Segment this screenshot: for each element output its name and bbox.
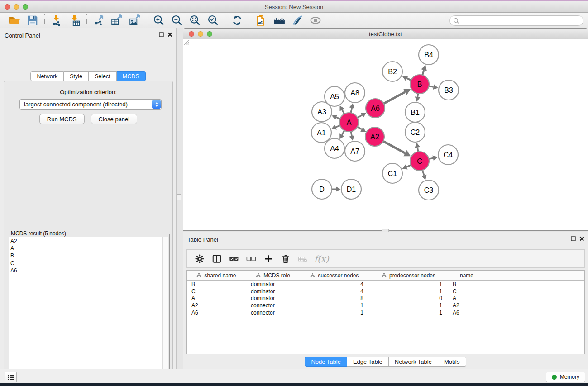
export-table-button[interactable] (108, 14, 126, 27)
vertical-splitter[interactable] (177, 28, 183, 369)
close-panel-icon[interactable] (579, 236, 584, 241)
network-canvas[interactable]: AA1A2A3A4A5A6A7A8BB1B2B3B4CC1C2C3C4DD1 (183, 39, 588, 230)
table-tab-edge-table[interactable]: Edge Table (347, 357, 389, 367)
import-table-button[interactable] (66, 14, 84, 27)
tab-network[interactable]: Network (30, 71, 64, 81)
edge-C-C2[interactable] (417, 148, 418, 152)
memory-button[interactable]: Memory (546, 372, 585, 382)
edge-A2-C[interactable] (383, 141, 405, 153)
save-session-button[interactable] (24, 14, 42, 27)
close-panel-icon[interactable] (167, 32, 172, 37)
edge-A-A5[interactable] (342, 110, 344, 114)
edge-A-A1[interactable] (336, 125, 340, 127)
column-header-predecessor-nodes[interactable]: predecessor nodes (369, 271, 448, 280)
graph-node-A2[interactable]: A2 (365, 127, 384, 146)
duplicate-network-button[interactable] (252, 14, 270, 27)
graph-node-D1[interactable]: D1 (341, 179, 361, 199)
edge-B-B3[interactable] (429, 86, 434, 87)
table-tab-node-table[interactable]: Node Table (305, 357, 347, 367)
graph-node-C4[interactable]: C4 (438, 145, 458, 165)
graph-node-A6[interactable]: A6 (366, 99, 385, 118)
edge-A-A6[interactable] (358, 115, 362, 118)
table-row[interactable]: A2connector11A2 (187, 302, 584, 309)
show-graphics-button[interactable] (306, 14, 325, 27)
edge-B-B4[interactable] (422, 70, 424, 75)
export-image-button[interactable] (126, 14, 144, 27)
tab-select[interactable]: Select (89, 71, 117, 81)
graph-node-A7[interactable]: A7 (345, 141, 365, 161)
table-row[interactable]: Cdominator41C (187, 288, 584, 295)
mcds-result-item[interactable]: A2 (10, 238, 162, 245)
edge-A-A8[interactable] (351, 108, 352, 113)
export-network-button[interactable] (90, 14, 108, 27)
edge-C-C1[interactable] (406, 165, 411, 167)
add-column-button[interactable] (261, 252, 275, 266)
import-network-button[interactable] (48, 14, 66, 27)
edge-B-B2[interactable] (407, 78, 411, 80)
edge-A-A7[interactable] (351, 132, 352, 136)
graph-node-C[interactable]: C (410, 152, 429, 171)
graph-node-B3[interactable]: B3 (439, 80, 459, 100)
zoom-out-button[interactable] (168, 14, 186, 27)
graph-node-B2[interactable]: B2 (382, 62, 402, 81)
tab-mcds[interactable]: MCDS (117, 71, 146, 81)
zoom-selected-button[interactable] (204, 14, 222, 27)
refresh-button[interactable] (228, 14, 246, 27)
table-settings-button[interactable] (192, 252, 206, 266)
edge-C-C4[interactable] (429, 158, 433, 159)
task-history-button[interactable] (5, 372, 17, 382)
edge-B-B1[interactable] (417, 94, 418, 97)
split-columns-button[interactable] (210, 252, 224, 266)
table-tab-motifs[interactable]: Motifs (438, 357, 466, 367)
search-field[interactable] (449, 15, 583, 26)
close-panel-button[interactable]: Close panel (91, 114, 138, 124)
open-file-button[interactable] (5, 14, 24, 27)
hide-labels-button[interactable] (288, 14, 306, 27)
mcds-result-item[interactable]: C (10, 260, 162, 267)
graph-node-B1[interactable]: B1 (405, 102, 425, 122)
graph-node-A1[interactable]: A1 (311, 123, 331, 143)
column-header-mcds-role[interactable]: MCDS role (246, 271, 300, 280)
column-header-successor-nodes[interactable]: successor nodes (300, 271, 369, 280)
edge-C-C3[interactable] (422, 170, 424, 175)
edge-A-A2[interactable] (357, 127, 362, 129)
zoom-fit-button[interactable] (186, 14, 204, 27)
select-all-button[interactable] (227, 252, 241, 266)
mcds-result-scrollbar[interactable] (162, 237, 168, 386)
splitter-handle[interactable] (177, 194, 181, 200)
graph-node-C2[interactable]: C2 (405, 122, 425, 142)
tab-style[interactable]: Style (64, 71, 89, 81)
mcds-result-list[interactable]: A2ABCA6 (9, 237, 162, 386)
table-row[interactable]: Adominator80A (187, 295, 584, 302)
graph-node-A5[interactable]: A5 (325, 86, 344, 106)
graph-node-D[interactable]: D (312, 179, 332, 199)
column-header-name[interactable]: name (448, 271, 485, 280)
criterion-select[interactable]: largest connected component (directed) (19, 99, 162, 110)
graph-node-C3[interactable]: C3 (419, 180, 439, 200)
search-input[interactable] (459, 18, 583, 24)
table-row[interactable]: Bdominator41B (187, 281, 584, 288)
graph-node-A4[interactable]: A4 (325, 138, 344, 158)
edge-A-A3[interactable] (336, 117, 340, 119)
run-mcds-button[interactable]: Run MCDS (39, 114, 85, 124)
table-row[interactable]: A6connector11A6 (187, 309, 584, 316)
network-graph[interactable]: AA1A2A3A4A5A6A7A8BB1B2B3B4CC1C2C3C4DD1 (183, 39, 588, 230)
mcds-result-item[interactable]: A6 (10, 267, 162, 274)
float-panel-icon[interactable] (571, 236, 576, 241)
mcds-result-item[interactable]: B (10, 252, 162, 259)
float-panel-icon[interactable] (159, 32, 164, 37)
graph-node-B4[interactable]: B4 (419, 45, 439, 65)
graph-node-A[interactable]: A (339, 113, 359, 132)
resize-grip-icon[interactable] (183, 39, 189, 45)
reset-view-button[interactable] (270, 14, 288, 27)
edge-A-A4[interactable] (342, 130, 344, 135)
graph-node-C1[interactable]: C1 (382, 163, 402, 183)
table-tab-network-table[interactable]: Network Table (389, 357, 438, 367)
mcds-result-item[interactable]: A (10, 245, 162, 252)
deselect-all-button[interactable] (244, 252, 258, 266)
graph-node-B[interactable]: B (410, 75, 429, 94)
edge-A6-B[interactable] (383, 92, 405, 104)
delete-column-button[interactable] (278, 252, 292, 266)
zoom-in-button[interactable] (150, 14, 168, 27)
column-header-shared-name[interactable]: shared name (187, 271, 246, 280)
